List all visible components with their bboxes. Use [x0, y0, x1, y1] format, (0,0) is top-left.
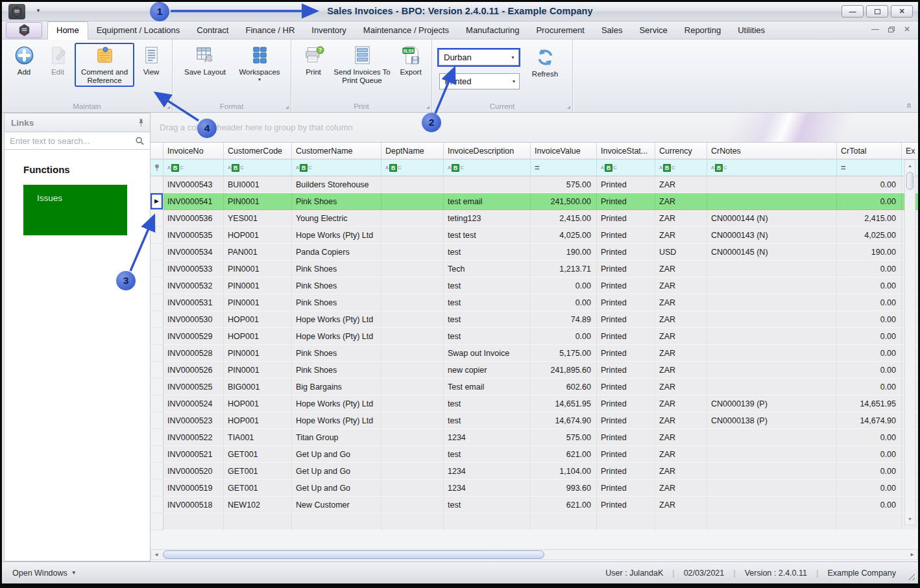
invoice-row[interactable]: INV0000521GET001Get Up and Gotest621.00P…: [151, 446, 918, 463]
tab-sales[interactable]: Sales: [593, 22, 631, 39]
status-company: Example Company: [827, 569, 896, 578]
pin-icon[interactable]: [138, 118, 145, 127]
filter-cell-invoice-value[interactable]: =: [531, 159, 597, 176]
ribbon-collapse-icon[interactable]: «: [906, 103, 914, 108]
vertical-scroll-thumb[interactable]: [906, 172, 914, 190]
edit-button[interactable]: Edit: [41, 43, 75, 77]
filter-cell-cr-total[interactable]: =: [837, 159, 902, 176]
tab-equipment-locations[interactable]: Equipment / Locations: [88, 22, 189, 39]
filter-cell-cr-notes[interactable]: ABC: [707, 159, 837, 176]
column-header-customer-code[interactable]: CustomerCode: [224, 142, 292, 159]
tab-contract[interactable]: Contract: [188, 22, 237, 39]
invoice-row[interactable]: INV0000525BIG0001Big BargainsTest email6…: [151, 379, 918, 395]
scroll-right-icon[interactable]: ►: [907, 550, 917, 559]
invoice-row[interactable]: INV0000518NEW102New Customertest621.00Pr…: [151, 497, 918, 513]
invoice-row[interactable]: INV0000532PIN0001Pink Shoestest0.00Print…: [151, 277, 918, 294]
ribbon-minimize-icon[interactable]: —: [871, 25, 879, 33]
tab-manufacturing[interactable]: Manufacturing: [457, 22, 527, 39]
ribbon-restore-icon[interactable]: [888, 27, 895, 32]
tab-finance-hr[interactable]: Finance / HR: [237, 22, 303, 39]
column-header-currency[interactable]: Currency: [655, 142, 707, 159]
invoice-row[interactable]: INV0000523HOP001Hope Works (Pty) Ltdtest…: [151, 412, 918, 429]
horizontal-scroll-thumb[interactable]: [163, 550, 544, 559]
invoice-row[interactable]: INV0000531PIN0001Pink Shoestest0.00Print…: [151, 294, 918, 311]
invoice-row[interactable]: INV0000543BUI0001Builders Storehouse575.…: [151, 176, 918, 193]
invoice-row[interactable]: INV0000530HOP001Hope Works (Pty) Ltdtest…: [151, 311, 918, 328]
tab-home[interactable]: Home: [47, 21, 88, 40]
save-layout-button[interactable]: Save Layout: [178, 43, 232, 77]
site-dropdown[interactable]: Durban ▼: [439, 49, 519, 65]
send-invoices-to-print-queue-button[interactable]: Send Invoices To Print Queue: [330, 43, 394, 86]
invoice-row[interactable]: INV0000519GET001Get Up and Go1234993.60P…: [151, 480, 918, 497]
ribbon-close-icon[interactable]: ✕: [904, 25, 910, 33]
column-header-invoice-value[interactable]: InvoiceValue: [531, 142, 597, 159]
filter-cell-invoice-description[interactable]: ABC: [444, 159, 531, 176]
maintain-dialog-launcher-icon[interactable]: [167, 106, 170, 109]
open-windows-button[interactable]: Open Windows ▼: [12, 569, 77, 578]
search-input[interactable]: [10, 136, 135, 146]
close-button[interactable]: ✕: [891, 5, 913, 18]
invoice-row[interactable]: INV0000520GET001Get Up and Go12341,104.0…: [151, 463, 918, 480]
invoice-row[interactable]: INV0000528PIN0001Pink ShoesSwap out Invo…: [151, 345, 918, 362]
column-header-cr-total[interactable]: CrTotal: [837, 142, 902, 159]
format-dialog-launcher-icon[interactable]: [285, 106, 289, 109]
comment-and-reference-button[interactable]: Comment and Reference: [75, 43, 134, 87]
invoice-row[interactable]: INV0000534PAN001Panda Copierstest190.00P…: [151, 244, 918, 261]
filter-cell-customer-name[interactable]: ABC: [292, 159, 381, 176]
scroll-left-icon[interactable]: ◄: [151, 550, 162, 559]
invoice-row[interactable]: INV0000522TIA001Titan Group1234575.00Pri…: [151, 429, 918, 446]
group-by-bar[interactable]: Drag a column header here to group by th…: [151, 113, 918, 142]
invoice-row[interactable]: INV0000529HOP001Hope Works (Pty) Ltdtest…: [151, 328, 918, 345]
column-header-invoice-status[interactable]: InvoiceStat...: [597, 142, 655, 159]
site-dropdown-caret-icon[interactable]: ▼: [507, 55, 518, 60]
print-dialog-launcher-icon[interactable]: [426, 106, 430, 109]
invoice-row[interactable]: ▶INV0000541PIN0001Pink Shoestest email24…: [151, 193, 918, 210]
cell-invoice-status: Printed: [597, 311, 655, 328]
column-header-invoice-no[interactable]: InvoiceNo: [163, 142, 224, 159]
cell-customer-code: PIN0001: [224, 261, 292, 277]
cell-invoice-no: INV0000531: [163, 294, 224, 311]
print-button[interactable]: ? Print: [297, 43, 330, 77]
tab-procurement[interactable]: Procurement: [527, 22, 592, 39]
status-dropdown[interactable]: Printed ▼: [439, 73, 520, 89]
status-dropdown-caret-icon[interactable]: ▼: [508, 79, 519, 84]
invoice-row[interactable]: INV0000536YES001Young Electricteting1232…: [151, 210, 918, 227]
maximize-button[interactable]: [866, 5, 888, 18]
filter-cell-invoice-no[interactable]: ABC: [163, 159, 224, 176]
invoice-row[interactable]: INV0000533PIN0001Pink ShoesTech1,213.71P…: [151, 261, 918, 277]
tab-reporting[interactable]: Reporting: [676, 22, 729, 39]
scroll-up-icon[interactable]: ▲: [905, 161, 915, 171]
view-button[interactable]: View: [134, 43, 168, 77]
filter-cell-dept-name[interactable]: ABC: [381, 159, 444, 176]
horizontal-scrollbar[interactable]: ◄ ►: [151, 549, 918, 560]
function-item-issues[interactable]: Issues: [23, 185, 127, 235]
column-header-customer-name[interactable]: CustomerName: [292, 142, 381, 159]
refresh-button[interactable]: Refresh: [526, 45, 564, 79]
resize-grip[interactable]: [905, 570, 915, 580]
column-header-ex[interactable]: Ex: [902, 142, 918, 159]
current-dialog-launcher-icon[interactable]: [567, 106, 570, 109]
filter-cell-customer-code[interactable]: ABC: [224, 159, 292, 176]
filter-cell-row-indicator[interactable]: [151, 159, 163, 176]
add-button[interactable]: Add: [7, 43, 41, 77]
filter-cell-invoice-status[interactable]: ABC: [597, 159, 655, 176]
invoice-row[interactable]: INV0000524HOP001Hope Works (Pty) Ltdtest…: [151, 395, 918, 412]
minimize-button[interactable]: —: [841, 5, 864, 18]
scroll-down-icon[interactable]: ▼: [905, 514, 915, 524]
application-menu-button[interactable]: [6, 22, 42, 38]
tab-inventory[interactable]: Inventory: [303, 22, 354, 39]
filter-cell-currency[interactable]: ABC: [655, 159, 707, 176]
tab-maintenance-projects[interactable]: Maintenance / Projects: [355, 22, 457, 39]
column-header-invoice-description[interactable]: InvoiceDescription: [444, 142, 531, 159]
column-header-cr-notes[interactable]: CrNotes: [707, 142, 837, 159]
column-header-row-indicator[interactable]: [151, 142, 163, 159]
tab-utilities[interactable]: Utilities: [729, 22, 773, 39]
workspaces-button[interactable]: Workspaces ▼: [232, 43, 287, 82]
search-icon[interactable]: [135, 136, 145, 146]
vertical-scrollbar[interactable]: ▲ ▼: [904, 159, 915, 525]
tab-service[interactable]: Service: [631, 22, 675, 39]
invoice-row[interactable]: INV0000526PIN0001Pink Shoesnew copier241…: [151, 362, 918, 379]
export-button[interactable]: XLSX Export: [394, 43, 428, 77]
column-header-dept-name[interactable]: DeptName: [381, 142, 444, 159]
invoice-row[interactable]: INV0000535HOP001Hope Works (Pty) Ltdtest…: [151, 227, 918, 244]
